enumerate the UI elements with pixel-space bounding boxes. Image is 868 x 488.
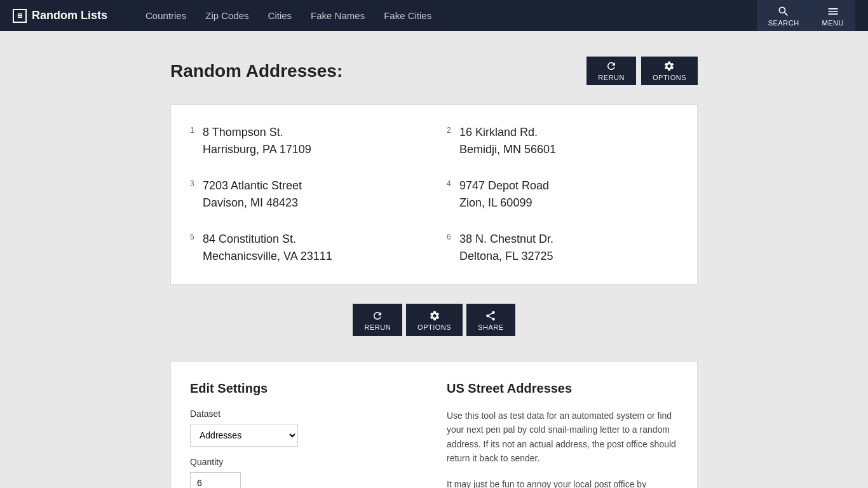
brand-icon: ⊞: [13, 9, 27, 23]
address-num-5: 5: [190, 233, 198, 265]
page-title: Random Addresses:: [170, 61, 342, 81]
share-label: SHARE: [478, 323, 503, 331]
address-num-3: 3: [190, 179, 198, 212]
address-item-4: 4 9747 Depot Road Zion, IL 60099: [447, 177, 678, 212]
address-text-2: 16 Kirkland Rd. Bemidji, MN 56601: [459, 124, 556, 158]
addresses-card: 1 8 Thompson St. Harrisburg, PA 17109 2 …: [170, 104, 698, 285]
rerun-bottom-icon: [372, 310, 383, 322]
address-num-6: 6: [447, 233, 454, 265]
quantity-label: Quantity: [190, 457, 421, 467]
settings-panel: Edit Settings Dataset Addresses US Addre…: [190, 381, 421, 488]
rerun-bottom-button[interactable]: RERUN: [353, 304, 402, 336]
address-item-2: 2 16 Kirkland Rd. Bemidji, MN 56601: [447, 124, 678, 158]
address-line2-1: Harrisburg, PA 17109: [203, 141, 311, 158]
settings-title: Edit Settings: [190, 381, 421, 396]
dataset-label: Dataset: [190, 409, 421, 419]
address-line1-5: 84 Constitution St.: [203, 231, 332, 248]
address-text-5: 84 Constitution St. Mechanicsville, VA 2…: [203, 231, 332, 265]
info-text-1: Use this tool as test data for an automa…: [447, 409, 678, 466]
nav-cities[interactable]: Cities: [268, 10, 292, 21]
rerun-header-button[interactable]: RERUN: [587, 57, 636, 85]
settings-info-section: Edit Settings Dataset Addresses US Addre…: [170, 362, 698, 488]
options-icon: [663, 60, 675, 72]
quantity-input[interactable]: [190, 472, 241, 488]
bottom-actions: RERUN OPTIONS SHARE: [170, 304, 698, 336]
options-bottom-label: OPTIONS: [417, 323, 451, 331]
nav-fake-names[interactable]: Fake Names: [311, 10, 365, 21]
address-item-5: 5 84 Constitution St. Mechanicsville, VA…: [190, 231, 421, 265]
address-item-1: 1 8 Thompson St. Harrisburg, PA 17109: [190, 124, 421, 158]
search-nav-button[interactable]: SEARCH: [757, 0, 811, 31]
address-line2-3: Davison, MI 48423: [203, 194, 302, 212]
info-panel: US Street Addresses Use this tool as tes…: [447, 381, 678, 488]
options-bottom-button[interactable]: OPTIONS: [406, 304, 463, 336]
rerun-header-label: RERUN: [598, 74, 625, 81]
options-header-label: OPTIONS: [653, 74, 686, 81]
page-wrapper: Random Addresses: RERUN OPTIONS 1 8 Thom…: [158, 31, 710, 488]
address-num-2: 2: [447, 126, 454, 158]
page-header: Random Addresses: RERUN OPTIONS: [170, 57, 698, 85]
address-line1-1: 8 Thompson St.: [203, 124, 311, 141]
address-line2-4: Zion, IL 60099: [459, 194, 549, 212]
address-text-4: 9747 Depot Road Zion, IL 60099: [459, 177, 549, 212]
address-num-1: 1: [190, 126, 198, 158]
brand-link[interactable]: ⊞ Random Lists: [13, 9, 107, 23]
address-line1-3: 7203 Atlantic Street: [203, 177, 302, 194]
addresses-grid: 1 8 Thompson St. Harrisburg, PA 17109 2 …: [190, 124, 678, 265]
address-line2-2: Bemidji, MN 56601: [459, 141, 556, 158]
share-button[interactable]: SHARE: [466, 304, 515, 336]
address-item-6: 6 38 N. Chestnut Dr. Deltona, FL 32725: [447, 231, 678, 265]
search-nav-label: SEARCH: [768, 19, 799, 27]
address-line1-2: 16 Kirkland Rd.: [459, 124, 556, 141]
options-header-button[interactable]: OPTIONS: [641, 57, 698, 85]
info-title: US Street Addresses: [447, 381, 678, 396]
options-bottom-icon: [429, 310, 440, 322]
brand-name: Random Lists: [32, 9, 107, 22]
address-item-3: 3 7203 Atlantic Street Davison, MI 48423: [190, 177, 421, 212]
menu-icon: [827, 5, 839, 18]
address-text-3: 7203 Atlantic Street Davison, MI 48423: [203, 177, 302, 212]
info-text-2: It may just be fun to annoy your local p…: [447, 477, 678, 488]
address-line2-6: Deltona, FL 32725: [459, 248, 553, 265]
rerun-icon: [606, 60, 617, 72]
address-text-1: 8 Thompson St. Harrisburg, PA 17109: [203, 124, 311, 158]
menu-label: MENU: [822, 19, 844, 27]
address-line2-5: Mechanicsville, VA 23111: [203, 248, 332, 265]
nav-actions: SEARCH MENU: [757, 0, 855, 31]
nav-links: Countries Zip Codes Cities Fake Names Fa…: [146, 10, 431, 21]
address-num-4: 4: [447, 179, 454, 212]
header-buttons: RERUN OPTIONS: [587, 57, 698, 85]
nav-zip-codes[interactable]: Zip Codes: [205, 10, 248, 21]
search-icon: [777, 5, 790, 18]
address-line1-4: 9747 Depot Road: [459, 177, 549, 194]
share-icon: [485, 310, 496, 322]
menu-button[interactable]: MENU: [811, 0, 855, 31]
rerun-bottom-label: RERUN: [364, 323, 391, 331]
address-line1-6: 38 N. Chestnut Dr.: [459, 231, 553, 248]
address-text-6: 38 N. Chestnut Dr. Deltona, FL 32725: [459, 231, 553, 265]
nav-fake-cities[interactable]: Fake Cities: [384, 10, 431, 21]
navbar: ⊞ Random Lists Countries Zip Codes Citie…: [0, 0, 868, 31]
nav-countries[interactable]: Countries: [146, 10, 186, 21]
dataset-select[interactable]: Addresses US Addresses UK Addresses: [190, 424, 298, 447]
